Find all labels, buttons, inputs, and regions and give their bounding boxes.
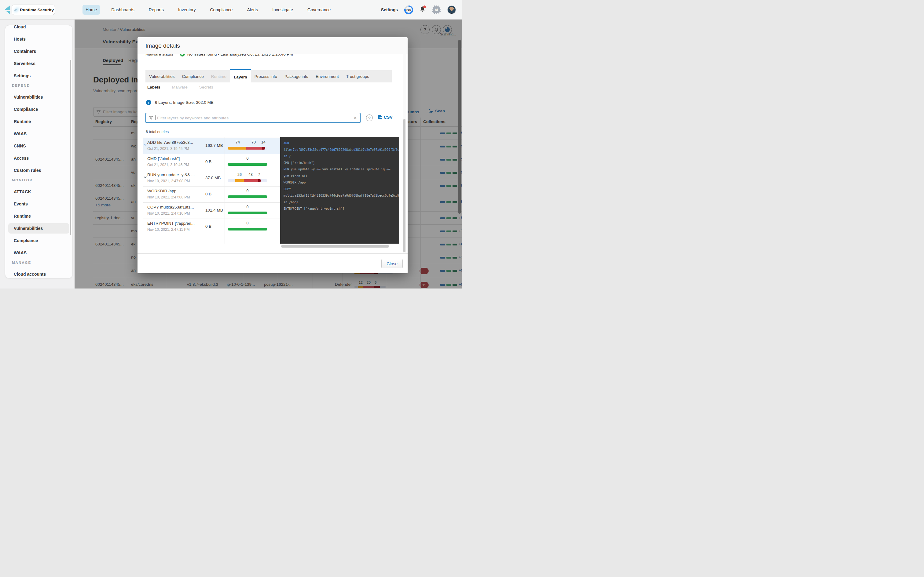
settings-link[interactable]: Settings — [381, 7, 398, 12]
usage-progress-ring[interactable]: 78% — [404, 5, 413, 15]
layer-date: Nov 10, 2021, 2:47:11 PM — [147, 227, 190, 232]
sidebar-item-label: Compliance — [14, 107, 38, 112]
code-horizontal-scrollbar[interactable] — [281, 245, 389, 248]
sidebar-section-defend: DEFEND — [5, 82, 73, 89]
vulnerability-count: 43 — [249, 172, 253, 177]
sidebar-item-label: ATT&CK — [14, 189, 31, 194]
vulnerability-count: 74 — [236, 140, 240, 144]
layer-row[interactable]: ENTRYPOINT ["/app/en...Nov 10, 2021, 2:4… — [143, 219, 280, 235]
layer-row[interactable]: ADD file:7aef897e53c3...Oct 21, 2021, 3:… — [143, 138, 280, 154]
vulnerability-bar-segment — [244, 179, 258, 182]
ai-copilot-icon[interactable]: AI — [432, 5, 441, 15]
code-line: multi:a253af18f1b4210339c744c9aa7a0d0708… — [284, 192, 399, 199]
sidebar-item-runtime[interactable]: Runtime — [5, 210, 73, 222]
sidebar-item-label: Compliance — [14, 238, 38, 243]
sidebar-item-containers[interactable]: Containers — [5, 45, 73, 57]
layer-row[interactable]: RUN yum update -y && ...Nov 10, 2021, 2:… — [143, 170, 280, 186]
layer-row[interactable]: COPY multi:a253af18f1...Nov 10, 2021, 2:… — [143, 202, 280, 219]
modal-scrollbar-thumb[interactable] — [403, 119, 405, 252]
text-cursor — [155, 115, 156, 120]
code-line: in / — [284, 153, 399, 160]
nav-governance[interactable]: Governance — [304, 5, 334, 15]
brand-logo[interactable] — [4, 5, 11, 15]
sidebar-item-cloud-accounts[interactable]: Cloud accounts — [5, 268, 73, 279]
csv-export-button[interactable]: CSV — [378, 114, 393, 120]
layer-size: 163.7 MB — [205, 143, 223, 148]
modal-tab-vulnerabilities[interactable]: Vulnerabilities — [145, 70, 178, 82]
sidebar: CloudHostsContainersServerlessSettingsDE… — [5, 25, 73, 279]
code-line: WORKDIR /app — [284, 179, 399, 186]
layer-row[interactable]: WORKDIR /appNov 10, 2021, 2:47:08 PM0 B0 — [143, 186, 280, 202]
modal-tab-package-info[interactable]: Package info — [281, 70, 312, 82]
sidebar-item-label: Vulnerabilities — [14, 95, 43, 100]
vulnerability-bar-segment — [258, 179, 261, 182]
vulnerability-count: 70 — [252, 140, 256, 144]
sidebar-item-waas[interactable]: WAAS — [5, 127, 73, 140]
modal-tab-trust-groups[interactable]: Trust groups — [342, 70, 373, 82]
sidebar-item-label: CNNS — [14, 143, 26, 148]
sidebar-item-hosts[interactable]: Hosts — [5, 33, 73, 45]
sidebar-item-cloud[interactable]: Cloud — [5, 25, 73, 33]
vulnerability-bar-segment — [246, 147, 262, 150]
sidebar-item-label: WAAS — [14, 250, 27, 255]
layer-size: 0 B — [205, 160, 212, 164]
filter-funnel-icon — [149, 116, 153, 120]
sidebar-section-monitor: MONITOR — [5, 176, 73, 184]
modal-tab-environment[interactable]: Environment — [312, 70, 342, 82]
close-button[interactable]: Close — [381, 259, 403, 268]
user-avatar[interactable] — [447, 5, 456, 14]
vulnerability-count: 0 — [247, 205, 249, 209]
nav-home[interactable]: Home — [82, 5, 100, 15]
sidebar-item-access[interactable]: Access — [5, 152, 73, 164]
sidebar-item-cnns[interactable]: CNNS — [5, 140, 73, 152]
nav-inventory[interactable]: Inventory — [175, 5, 199, 15]
sidebar-item-events[interactable]: Events — [5, 198, 73, 210]
expand-chevron-icon[interactable] — [144, 174, 147, 179]
filter-help-button[interactable]: ? — [366, 114, 373, 121]
clear-filter-icon[interactable]: ✕ — [353, 115, 357, 120]
nav-alerts[interactable]: Alerts — [244, 5, 261, 15]
modal-subtab-labels[interactable]: Labels — [147, 85, 160, 89]
sidebar-item-vulnerabilities[interactable]: Vulnerabilities — [5, 222, 73, 234]
sidebar-item-settings[interactable]: Settings — [5, 69, 73, 82]
nav-reports[interactable]: Reports — [146, 5, 167, 15]
sidebar-item-waas[interactable]: WAAS — [5, 247, 73, 259]
sidebar-item-att-ck[interactable]: ATT&CK — [5, 185, 73, 198]
layer-row[interactable]: CMD ["/bin/bash"]Oct 21, 2021, 3:19:46 P… — [143, 154, 280, 170]
sidebar-scrollbar[interactable] — [70, 60, 71, 235]
expand-chevron-icon[interactable] — [144, 142, 147, 147]
modal-tab-process-info[interactable]: Process info — [251, 70, 281, 82]
layers-filter-input[interactable]: Filter layers by keywords and attributes… — [145, 113, 360, 123]
sidebar-item-runtime[interactable]: Runtime — [5, 115, 73, 127]
layer-command: RUN yum update -y && ... — [147, 172, 195, 177]
nav-compliance[interactable]: Compliance — [207, 5, 236, 15]
sidebar-item-label: Runtime — [14, 214, 31, 219]
vulnerability-bar-zero — [228, 211, 267, 214]
modal-tab-runtime: Runtime — [207, 70, 230, 82]
modal-footer: Close — [137, 253, 408, 273]
nav-investigate[interactable]: Investigate — [269, 5, 296, 15]
code-line: ENTRYPOINT ["/app/entrypoint.sh"] — [284, 205, 399, 212]
nav-dashboards[interactable]: Dashboards — [108, 5, 137, 15]
product-switcher-label: Runtime Security — [20, 8, 54, 12]
sidebar-item-compliance[interactable]: Compliance — [5, 103, 73, 115]
sidebar-item-vulnerabilities[interactable]: Vulnerabilities — [5, 91, 73, 103]
layer-date: Oct 21, 2021, 3:19:46 PM — [147, 163, 189, 167]
sidebar-item-label: Settings — [14, 73, 31, 78]
sidebar-item-label: WAAS — [14, 131, 27, 136]
modal-tab-compliance[interactable]: Compliance — [178, 70, 207, 82]
product-switcher[interactable]: Runtime Security — [11, 5, 55, 15]
sidebar-item-serverless[interactable]: Serverless — [5, 57, 73, 69]
sidebar-item-label: Cloud accounts — [14, 272, 46, 277]
sidebar-item-label: Hosts — [14, 37, 26, 42]
sidebar-item-label: Runtime — [14, 119, 31, 124]
layer-date: Oct 21, 2021, 3:19:45 PM — [147, 147, 189, 151]
modal-tab-layers[interactable]: Layers — [230, 69, 251, 84]
sidebar-item-custom-rules[interactable]: Custom rules — [5, 164, 73, 176]
code-line: in /app/ — [284, 199, 399, 206]
sidebar-item-compliance[interactable]: Compliance — [5, 234, 73, 247]
sidebar-item-label: Access — [14, 156, 29, 161]
layer-command: CMD ["/bin/bash"] — [147, 156, 180, 161]
notifications-bell[interactable] — [420, 6, 425, 13]
vulnerability-count: 14 — [261, 140, 265, 144]
